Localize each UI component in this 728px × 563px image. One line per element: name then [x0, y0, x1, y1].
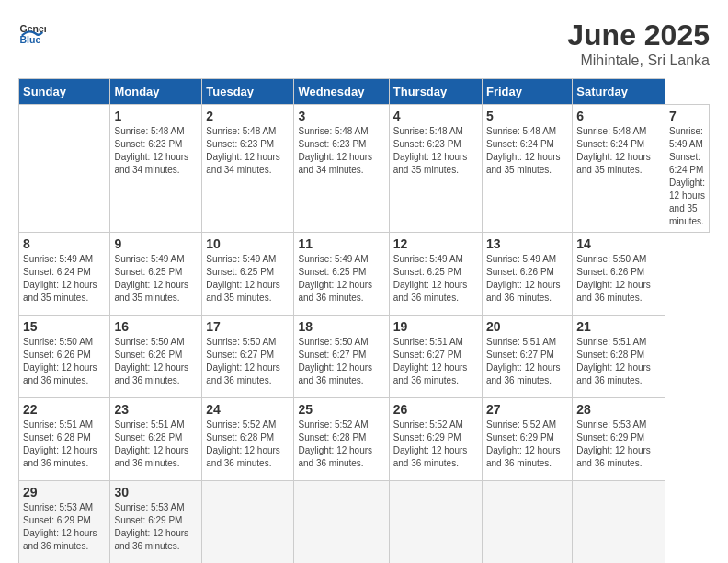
calendar-cell-4-3 [294, 481, 389, 564]
header-wednesday: Wednesday [294, 79, 389, 105]
day-number: 12 [393, 236, 478, 251]
logo-icon: General Blue [18, 18, 46, 46]
day-info: Sunrise: 5:49 AM Sunset: 6:25 PM Dayligh… [206, 253, 290, 304]
day-info: Sunrise: 5:51 AM Sunset: 6:28 PM Dayligh… [576, 336, 661, 387]
calendar-cell-4-0: 29Sunrise: 5:53 AM Sunset: 6:29 PM Dayli… [19, 481, 110, 564]
day-number: 2 [206, 109, 290, 123]
calendar-table: SundayMondayTuesdayWednesdayThursdayFrid… [18, 78, 710, 563]
week-row-3: 22Sunrise: 5:51 AM Sunset: 6:28 PM Dayli… [19, 398, 710, 481]
header-tuesday: Tuesday [202, 79, 294, 105]
month-title: June 2025 [567, 18, 710, 52]
calendar-cell-2-3: 18Sunrise: 5:50 AM Sunset: 6:27 PM Dayli… [294, 316, 389, 398]
calendar-cell-0-0 [19, 105, 110, 233]
calendar-header-row: SundayMondayTuesdayWednesdayThursdayFrid… [19, 79, 710, 105]
calendar-cell-3-0: 22Sunrise: 5:51 AM Sunset: 6:28 PM Dayli… [19, 398, 110, 481]
day-info: Sunrise: 5:51 AM Sunset: 6:28 PM Dayligh… [114, 419, 198, 470]
day-number: 22 [23, 402, 106, 417]
calendar-cell-2-5: 20Sunrise: 5:51 AM Sunset: 6:27 PM Dayli… [482, 316, 572, 398]
day-info: Sunrise: 5:49 AM Sunset: 6:25 PM Dayligh… [298, 253, 384, 304]
calendar-cell-0-5: 5Sunrise: 5:48 AM Sunset: 6:24 PM Daylig… [482, 105, 572, 233]
calendar-cell-3-5: 27Sunrise: 5:52 AM Sunset: 6:29 PM Dayli… [482, 398, 572, 481]
day-info: Sunrise: 5:52 AM Sunset: 6:29 PM Dayligh… [486, 419, 568, 470]
day-number: 3 [298, 109, 384, 123]
day-info: Sunrise: 5:53 AM Sunset: 6:29 PM Dayligh… [23, 501, 106, 553]
day-info: Sunrise: 5:52 AM Sunset: 6:28 PM Dayligh… [206, 419, 290, 470]
day-number: 28 [576, 402, 661, 417]
calendar-cell-4-1: 30Sunrise: 5:53 AM Sunset: 6:29 PM Dayli… [110, 481, 202, 564]
day-number: 11 [298, 236, 384, 251]
calendar-cell-2-4: 19Sunrise: 5:51 AM Sunset: 6:27 PM Dayli… [389, 316, 482, 398]
day-number: 6 [576, 109, 661, 123]
day-info: Sunrise: 5:50 AM Sunset: 6:27 PM Dayligh… [298, 336, 384, 387]
calendar-cell-0-1: 1Sunrise: 5:48 AM Sunset: 6:23 PM Daylig… [110, 105, 202, 233]
day-number: 21 [576, 319, 661, 334]
week-row-4: 29Sunrise: 5:53 AM Sunset: 6:29 PM Dayli… [19, 481, 710, 564]
calendar-cell-4-6 [573, 481, 665, 564]
day-info: Sunrise: 5:49 AM Sunset: 6:25 PM Dayligh… [114, 253, 198, 304]
day-info: Sunrise: 5:49 AM Sunset: 6:25 PM Dayligh… [393, 253, 478, 304]
svg-text:Blue: Blue [20, 34, 41, 45]
header-sunday: Sunday [19, 79, 110, 105]
header-friday: Friday [482, 79, 572, 105]
day-number: 17 [206, 319, 290, 334]
week-row-2: 15Sunrise: 5:50 AM Sunset: 6:26 PM Dayli… [19, 316, 710, 398]
calendar-cell-2-2: 17Sunrise: 5:50 AM Sunset: 6:27 PM Dayli… [202, 316, 294, 398]
day-number: 26 [393, 402, 478, 417]
day-number: 27 [486, 402, 568, 417]
calendar-cell-0-3: 3Sunrise: 5:48 AM Sunset: 6:23 PM Daylig… [294, 105, 389, 233]
page-header: General Blue June 2025 Mihintale, Sri La… [18, 18, 710, 69]
day-info: Sunrise: 5:50 AM Sunset: 6:26 PM Dayligh… [576, 253, 661, 304]
day-info: Sunrise: 5:50 AM Sunset: 6:26 PM Dayligh… [23, 336, 106, 387]
day-number: 1 [114, 109, 198, 123]
day-number: 10 [206, 236, 290, 251]
day-number: 29 [23, 485, 106, 500]
day-info: Sunrise: 5:50 AM Sunset: 6:26 PM Dayligh… [114, 336, 198, 387]
location-title: Mihintale, Sri Lanka [567, 52, 710, 69]
day-number: 8 [23, 236, 106, 251]
calendar-cell-3-2: 24Sunrise: 5:52 AM Sunset: 6:28 PM Dayli… [202, 398, 294, 481]
calendar-cell-0-7: 7Sunrise: 5:49 AM Sunset: 6:24 PM Daylig… [665, 105, 710, 233]
day-number: 23 [114, 402, 198, 417]
week-row-1: 8Sunrise: 5:49 AM Sunset: 6:24 PM Daylig… [19, 233, 710, 316]
calendar-cell-0-2: 2Sunrise: 5:48 AM Sunset: 6:23 PM Daylig… [202, 105, 294, 233]
calendar-cell-4-2 [202, 481, 294, 564]
day-number: 9 [114, 236, 198, 251]
day-info: Sunrise: 5:48 AM Sunset: 6:23 PM Dayligh… [298, 125, 384, 177]
calendar-cell-3-6: 28Sunrise: 5:53 AM Sunset: 6:29 PM Dayli… [573, 398, 665, 481]
day-info: Sunrise: 5:48 AM Sunset: 6:24 PM Dayligh… [576, 125, 661, 177]
day-number: 5 [486, 109, 568, 123]
calendar-cell-1-2: 10Sunrise: 5:49 AM Sunset: 6:25 PM Dayli… [202, 233, 294, 316]
week-row-0: 1Sunrise: 5:48 AM Sunset: 6:23 PM Daylig… [19, 105, 710, 233]
calendar-cell-2-1: 16Sunrise: 5:50 AM Sunset: 6:26 PM Dayli… [110, 316, 202, 398]
day-number: 19 [393, 319, 478, 334]
day-number: 18 [298, 319, 384, 334]
calendar-cell-3-4: 26Sunrise: 5:52 AM Sunset: 6:29 PM Dayli… [389, 398, 482, 481]
header-saturday: Saturday [573, 79, 665, 105]
day-number: 15 [23, 319, 106, 334]
day-number: 24 [206, 402, 290, 417]
day-info: Sunrise: 5:50 AM Sunset: 6:27 PM Dayligh… [206, 336, 290, 387]
day-number: 14 [576, 236, 661, 251]
day-info: Sunrise: 5:51 AM Sunset: 6:27 PM Dayligh… [393, 336, 478, 387]
day-number: 30 [114, 485, 198, 500]
calendar-cell-1-6: 14Sunrise: 5:50 AM Sunset: 6:26 PM Dayli… [573, 233, 665, 316]
day-info: Sunrise: 5:48 AM Sunset: 6:23 PM Dayligh… [206, 125, 290, 177]
day-info: Sunrise: 5:51 AM Sunset: 6:27 PM Dayligh… [486, 336, 568, 387]
logo: General Blue [18, 18, 46, 46]
day-number: 7 [669, 109, 705, 123]
day-info: Sunrise: 5:49 AM Sunset: 6:24 PM Dayligh… [23, 253, 106, 304]
day-number: 13 [486, 236, 568, 251]
calendar-cell-1-3: 11Sunrise: 5:49 AM Sunset: 6:25 PM Dayli… [294, 233, 389, 316]
day-info: Sunrise: 5:49 AM Sunset: 6:24 PM Dayligh… [669, 125, 705, 228]
day-info: Sunrise: 5:48 AM Sunset: 6:24 PM Dayligh… [486, 125, 568, 177]
header-monday: Monday [110, 79, 202, 105]
calendar-cell-1-5: 13Sunrise: 5:49 AM Sunset: 6:26 PM Dayli… [482, 233, 572, 316]
calendar-cell-0-6: 6Sunrise: 5:48 AM Sunset: 6:24 PM Daylig… [573, 105, 665, 233]
day-info: Sunrise: 5:53 AM Sunset: 6:29 PM Dayligh… [114, 501, 198, 553]
day-info: Sunrise: 5:52 AM Sunset: 6:29 PM Dayligh… [393, 419, 478, 470]
day-number: 20 [486, 319, 568, 334]
calendar-cell-1-0: 8Sunrise: 5:49 AM Sunset: 6:24 PM Daylig… [19, 233, 110, 316]
calendar-cell-3-3: 25Sunrise: 5:52 AM Sunset: 6:28 PM Dayli… [294, 398, 389, 481]
day-info: Sunrise: 5:51 AM Sunset: 6:28 PM Dayligh… [23, 419, 106, 470]
day-info: Sunrise: 5:48 AM Sunset: 6:23 PM Dayligh… [114, 125, 198, 177]
